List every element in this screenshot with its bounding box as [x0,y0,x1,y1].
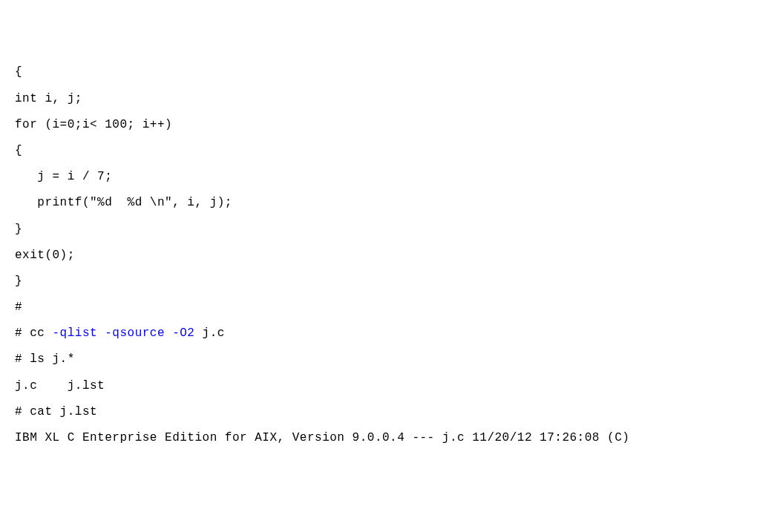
shell-prompt: # [15,295,768,321]
shell-command-cat: # cat j.lst [15,399,768,425]
command-prefix: # cc [15,326,53,340]
shell-command-ls: # ls j.* [15,347,768,372]
compiler-flags: -qlist -qsource -O2 [53,326,195,340]
code-line: { [15,138,768,164]
code-line: int i, j; [15,86,768,112]
code-line: } [15,217,768,243]
code-line: } [15,269,768,295]
code-line: j = i / 7; [15,164,768,190]
command-suffix: j.c [194,326,224,340]
code-line: printf("%d %d \n", i, j); [15,190,768,216]
shell-command-compile: # cc -qlist -qsource -O2 j.c [15,321,768,347]
shell-output: j.c j.lst [15,373,768,399]
code-line: { [15,59,768,85]
code-line: for (i=0;i< 100; i++) [15,112,768,138]
compiler-banner: IBM XL C Enterprise Edition for AIX, Ver… [15,425,768,451]
code-line: exit(0); [15,243,768,269]
